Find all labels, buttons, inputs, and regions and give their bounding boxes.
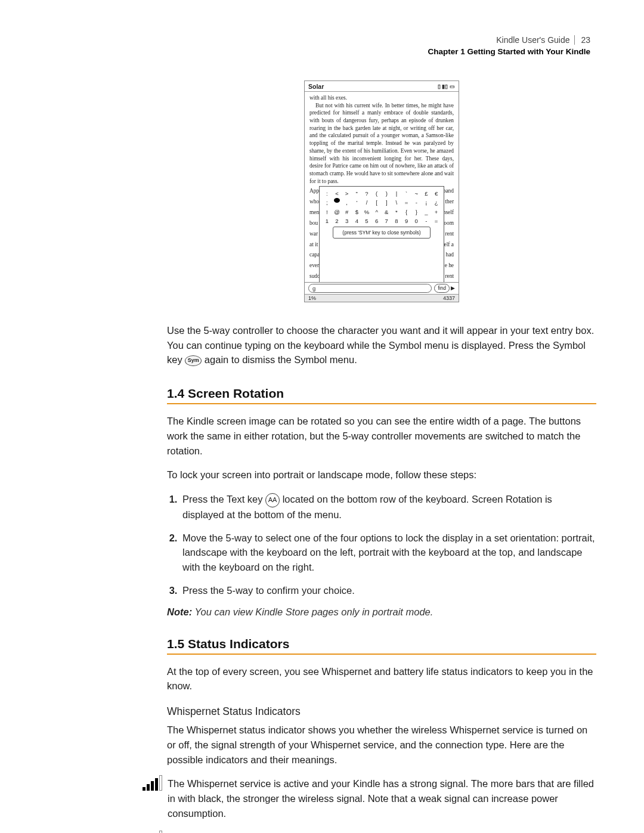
- symbol-row-4: 1234567890-=: [322, 216, 441, 225]
- sym-key-icon: Sym: [185, 355, 202, 366]
- step-1: Press the Text key AA located on the bot…: [180, 492, 596, 522]
- indicator-row-strong: The Whispernet service is active and you…: [140, 776, 596, 820]
- figure-progress-percent: 1%: [308, 295, 316, 301]
- figure-container: Solar ▯ ▮▯ ▭ with all his exes. But not …: [167, 80, 596, 302]
- figure-search-bar: g find ▶: [305, 282, 459, 294]
- figure-body-text: with all his exes. But not with his curr…: [305, 92, 459, 186]
- whispernet-subhead: Whispernet Status Indicators: [167, 705, 596, 718]
- section-1-5-heading: 1.5 Status Indicators: [167, 637, 596, 651]
- signal-strong-icon: [140, 776, 164, 793]
- indicator-text-strong: The Whispernet service is active and you…: [168, 776, 596, 820]
- section-1-5-para-2: The Whispernet status indicator shows yo…: [167, 723, 596, 767]
- step-3: Press the 5-way to confirm your choice.: [180, 583, 596, 598]
- figure-bottom-bar: 1% 4337: [305, 294, 459, 302]
- figure-search-input: g: [308, 284, 432, 293]
- section-1-4-para-2: To lock your screen into portrait or lan…: [167, 467, 596, 482]
- chapter-title: Chapter 1 Getting Started with Your Kind…: [428, 47, 590, 58]
- symbol-menu-overlay: :<>"?()|`~£€ ;,'/[]\=-¡¿ !@#$%^&*{}_+ 12…: [319, 186, 444, 282]
- guide-title: Kindle User's Guide: [496, 35, 569, 45]
- section-1-4-heading: 1.4 Screen Rotation: [167, 386, 596, 401]
- symbol-hint: (press 'SYM' key to close symbols): [333, 227, 431, 239]
- note-text: You can view Kindle Store pages only in …: [192, 606, 433, 617]
- step-2: Move the 5-way to select one of the four…: [180, 531, 596, 575]
- figure-status-icons: ▯ ▮▯ ▭: [438, 83, 455, 89]
- page-header: Kindle User's Guide 23 Chapter 1 Getting…: [428, 35, 590, 57]
- section-rule: [167, 654, 596, 655]
- paragraph-symbol-instructions: Use the 5-way controller to choose the c…: [167, 323, 596, 367]
- symbol-row-3: !@#$%^&*{}_+: [322, 208, 441, 216]
- figure-book-title: Solar: [308, 83, 324, 90]
- page: Kindle User's Guide 23 Chapter 1 Getting…: [0, 0, 644, 833]
- page-number: 23: [574, 35, 590, 45]
- screen-rotation-steps: Press the Text key AA located on the bot…: [167, 492, 596, 597]
- section-1-5-para-1: At the top of every screen, you see Whis…: [167, 664, 596, 694]
- text-key-icon: AA: [265, 493, 280, 507]
- note-label: Note:: [167, 606, 192, 617]
- figure-main-para: But not with his current wife. In better…: [309, 102, 454, 185]
- note: Note: You can view Kindle Store pages on…: [167, 606, 596, 618]
- symbol-row-2: ;,'/[]\=-¡¿: [322, 198, 441, 207]
- figure-topbar: Solar ▯ ▮▯ ▭: [305, 81, 459, 92]
- figure-arrow-icon: ▶: [451, 285, 455, 291]
- figure-overlay-region: Appbandwhothermennselfbouoomwarrentat it…: [305, 186, 459, 282]
- section-1-4-para-1: The Kindle screen image can be rotated s…: [167, 414, 596, 458]
- symbol-row-1: :<>"?()|`~£€: [322, 189, 441, 198]
- section-rule: [167, 403, 596, 404]
- kindle-screenshot-figure: Solar ▯ ▮▯ ▭ with all his exes. But not …: [304, 80, 459, 302]
- header-line-1: Kindle User's Guide 23: [428, 35, 590, 47]
- figure-find-button: find: [434, 284, 450, 293]
- figure-first-line: with all his exes.: [309, 94, 454, 102]
- main-content: Solar ▯ ▮▯ ▭ with all his exes. But not …: [167, 80, 596, 833]
- figure-location-number: 4337: [443, 295, 455, 301]
